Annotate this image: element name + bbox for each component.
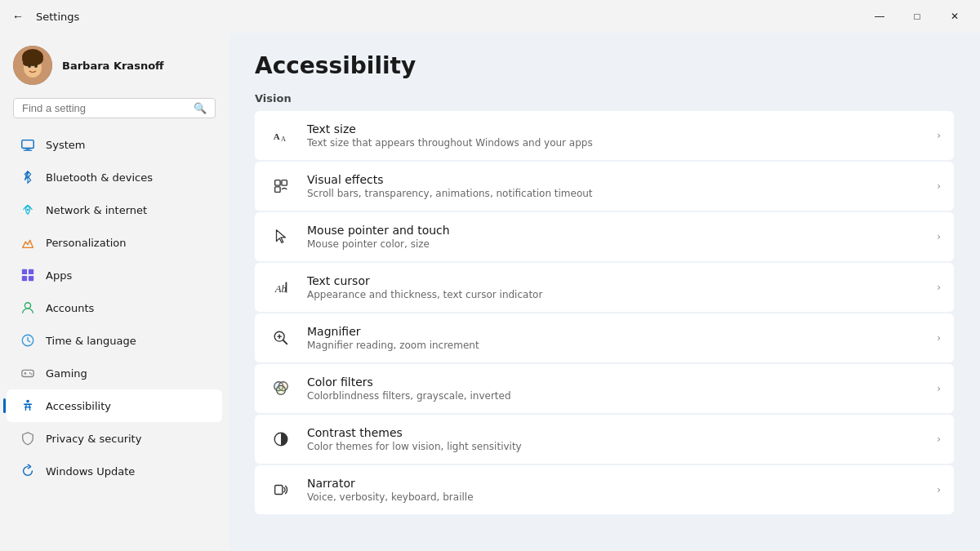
privacy-icon (20, 430, 36, 447)
sidebar-item-label-update: Windows Update (46, 465, 135, 478)
sidebar-item-update[interactable]: Windows Update (7, 455, 222, 487)
settings-item-text: Narrator Voice, verbosity, keyboard, bra… (307, 477, 924, 503)
search-box[interactable]: 🔍 (13, 98, 216, 118)
sidebar-item-label-bluetooth: Bluetooth & devices (46, 171, 153, 184)
sidebar-item-accessibility[interactable]: Accessibility (7, 389, 222, 422)
svg-rect-15 (29, 276, 33, 281)
svg-rect-39 (275, 486, 283, 495)
sidebar-item-gaming[interactable]: Gaming (7, 357, 222, 389)
svg-line-32 (283, 340, 287, 344)
svg-rect-10 (24, 150, 33, 151)
svg-rect-13 (29, 269, 33, 274)
mouse-pointer-desc: Mouse pointer color, size (307, 238, 924, 250)
settings-item-narrator[interactable]: Narrator Voice, verbosity, keyboard, bra… (255, 465, 954, 514)
color-filters-title: Color filters (307, 375, 924, 389)
nav-list: System Bluetooth & devices Network & int… (0, 128, 229, 487)
search-icon: 🔍 (194, 102, 207, 114)
sidebar-item-label-personalization: Personalization (46, 237, 127, 249)
chevron-right-icon: › (937, 484, 941, 495)
sidebar-item-label-apps: Apps (46, 269, 72, 282)
settings-item-color-filters[interactable]: Color filters Colorblindness filters, gr… (255, 364, 954, 413)
text-cursor-desc: Appearance and thickness, text cursor in… (307, 289, 924, 300)
settings-item-text: Text cursor Appearance and thickness, te… (307, 274, 924, 300)
search-container: 🔍 (0, 95, 229, 128)
contrast-themes-icon (268, 426, 294, 452)
settings-item-text: Contrast themes Color themes for low vis… (307, 426, 924, 452)
svg-rect-27 (282, 180, 287, 185)
sidebar-item-accounts[interactable]: Accounts (7, 291, 222, 324)
section-label: Vision (255, 92, 954, 104)
accounts-icon (20, 300, 36, 316)
settings-item-mouse-pointer[interactable]: Mouse pointer and touch Mouse pointer co… (255, 212, 954, 261)
mouse-pointer-title: Mouse pointer and touch (307, 224, 924, 237)
sidebar-item-time[interactable]: Time & language (7, 324, 222, 357)
settings-item-contrast-themes[interactable]: Contrast themes Color themes for low vis… (255, 415, 954, 464)
search-input[interactable] (22, 102, 187, 114)
minimize-button[interactable]: — (861, 3, 898, 29)
title-bar-left: ← Settings (7, 5, 79, 28)
svg-rect-14 (22, 276, 27, 281)
gaming-icon (20, 365, 36, 381)
chevron-right-icon: › (937, 383, 941, 394)
sidebar-item-system[interactable]: System (7, 128, 222, 161)
page-title: Accessibility (255, 52, 954, 79)
sidebar-item-bluetooth[interactable]: Bluetooth & devices (7, 161, 222, 193)
settings-item-text-cursor[interactable]: Ab Text cursor Appearance and thickness,… (255, 263, 954, 312)
text-size-title: Text size (307, 122, 924, 136)
maximize-button[interactable]: □ (898, 3, 936, 29)
settings-item-text: Text size Text size that appears through… (307, 122, 924, 149)
sidebar-item-label-system: System (46, 139, 85, 151)
settings-item-text-size[interactable]: AA Text size Text size that appears thro… (255, 111, 954, 160)
text-cursor-title: Text cursor (307, 274, 924, 287)
svg-point-11 (27, 209, 29, 211)
svg-rect-12 (22, 269, 27, 274)
accessibility-icon (20, 398, 36, 414)
sidebar-item-label-network: Network & internet (46, 204, 147, 216)
magnifier-desc: Magnifier reading, zoom increment (307, 340, 924, 351)
settings-item-text: Visual effects Scroll bars, transparency… (307, 173, 924, 199)
back-button[interactable]: ← (7, 5, 29, 28)
color-filters-desc: Colorblindness filters, grayscale, inver… (307, 390, 924, 402)
narrator-icon (268, 477, 294, 503)
magnifier-icon (268, 325, 294, 351)
sidebar-item-network[interactable]: Network & internet (7, 193, 222, 226)
bluetooth-icon (20, 169, 36, 185)
visual-effects-desc: Scroll bars, transparency, animations, n… (307, 188, 924, 199)
avatar (13, 46, 52, 85)
chevron-right-icon: › (937, 282, 941, 293)
user-name: Barbara Krasnoff (62, 60, 164, 72)
sidebar-item-label-accounts: Accounts (46, 302, 94, 314)
svg-rect-28 (275, 187, 280, 192)
svg-text:Ab: Ab (274, 283, 287, 295)
svg-text:A: A (274, 131, 280, 141)
contrast-themes-desc: Color themes for low vision, light sensi… (307, 441, 924, 452)
text-size-icon: AA (268, 122, 294, 149)
personalization-icon (20, 234, 36, 251)
svg-rect-9 (25, 149, 29, 149)
app-title: Settings (36, 11, 79, 23)
chevron-right-icon: › (937, 332, 941, 344)
close-button[interactable]: ✕ (936, 3, 973, 29)
content-area: Accessibility Vision AA Text size Text s… (229, 33, 980, 551)
sidebar: Barbara Krasnoff 🔍 System Bluetooth & d (0, 33, 229, 551)
svg-rect-8 (22, 140, 33, 149)
settings-item-visual-effects[interactable]: Visual effects Scroll bars, transparency… (255, 162, 954, 211)
chevron-right-icon: › (937, 231, 941, 242)
color-filters-icon (268, 375, 294, 402)
sidebar-item-privacy[interactable]: Privacy & security (7, 422, 222, 455)
settings-item-text: Mouse pointer and touch Mouse pointer co… (307, 224, 924, 250)
app-window: Barbara Krasnoff 🔍 System Bluetooth & d (0, 33, 980, 551)
visual-effects-title: Visual effects (307, 173, 924, 186)
title-bar: ← Settings — □ ✕ (0, 0, 980, 33)
sidebar-item-label-time: Time & language (46, 335, 136, 347)
user-profile[interactable]: Barbara Krasnoff (0, 33, 229, 95)
narrator-desc: Voice, verbosity, keyboard, braille (307, 491, 924, 503)
settings-item-magnifier[interactable]: Magnifier Magnifier reading, zoom increm… (255, 313, 954, 362)
chevron-right-icon: › (937, 433, 941, 445)
svg-point-7 (23, 60, 31, 66)
sidebar-item-apps[interactable]: Apps (7, 259, 222, 291)
contrast-themes-title: Contrast themes (307, 426, 924, 439)
sidebar-item-personalization[interactable]: Personalization (7, 226, 222, 259)
chevron-right-icon: › (937, 180, 941, 192)
text-size-desc: Text size that appears throughout Window… (307, 137, 924, 149)
